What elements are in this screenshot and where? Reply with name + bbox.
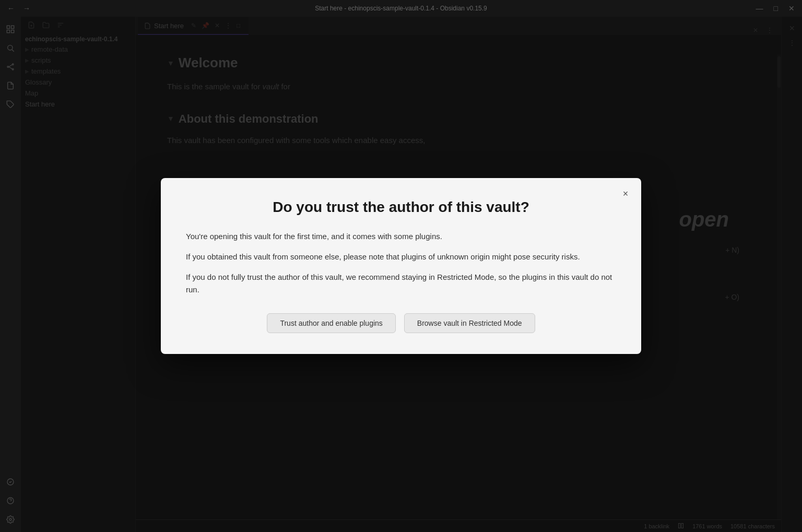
modal-overlay: × Do you trust the author of this vault?… <box>0 0 802 532</box>
trust-vault-modal: × Do you trust the author of this vault?… <box>161 178 641 354</box>
modal-body: You're opening this vault for the first … <box>186 230 616 297</box>
modal-para-2: If you obtained this vault from someone … <box>186 251 616 264</box>
trust-author-button[interactable]: Trust author and enable plugins <box>267 313 395 333</box>
restricted-mode-button[interactable]: Browse vault in Restricted Mode <box>404 313 535 333</box>
modal-close-button[interactable]: × <box>618 186 633 201</box>
modal-title: Do you trust the author of this vault? <box>186 199 616 216</box>
modal-para-1: You're opening this vault for the first … <box>186 230 616 243</box>
modal-para-3: If you do not fully trust the author of … <box>186 271 616 297</box>
modal-actions: Trust author and enable plugins Browse v… <box>186 313 616 333</box>
